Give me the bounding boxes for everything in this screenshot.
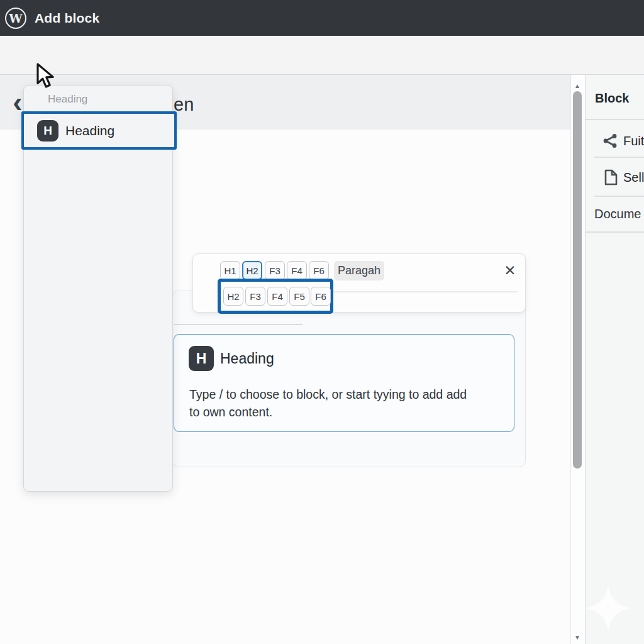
heading-level-f4-button[interactable]: F4 [287,261,307,280]
heading-level-f3-button[interactable]: F3 [265,261,285,280]
sidebar-item-sell[interactable] [603,169,618,188]
sidebar-item-fuit[interactable] [602,133,618,152]
sidebar-divider [586,119,644,120]
dropdown-level-f5-button[interactable]: F5 [289,287,309,306]
page-icon [603,169,618,186]
paragraph-transform-button[interactable]: Paragah [334,261,384,280]
sidebar-divider [586,231,644,233]
heading-level-h2-button[interactable]: H2 [242,261,262,280]
wordpress-logo-letter: W [9,11,22,25]
insertion-placeholder-line [174,324,303,325]
scroll-down-icon[interactable]: ▼ [572,634,583,641]
block-toolbar-popup: H1 H2 F3 F4 F6 Paragah ✕ H2 F3 F4 F5 F6 [192,253,526,313]
editor-toolbar [0,36,644,75]
sidebar-divider [594,196,644,197]
sidebar-item-sell-label: Sell [623,170,644,185]
heading-item-label: Heading [65,114,114,147]
heading-level-f6-button[interactable]: F6 [309,261,329,280]
dropdown-level-f3-button[interactable]: F3 [245,287,265,306]
popup-divider [333,291,518,292]
wordpress-logo-icon: W [5,8,26,29]
heading-block-title: Heading [220,350,274,367]
heading-item-icon: H [37,120,58,142]
app-top-bar: W Add block [0,0,644,36]
tab-document[interactable]: Docume [594,207,641,221]
tab-block[interactable]: Block [595,91,629,106]
scroll-up-icon[interactable]: ▲ [572,82,583,90]
page-title: Add block [35,11,99,26]
inserter-category-label: Heading [48,93,87,106]
inserter-heading-item[interactable]: H Heading [21,111,177,150]
heading-block-placeholder-text: Type / to choose to block, or start tyyi… [189,386,467,421]
heading-block-card[interactable]: H Heading Type / to choose to block, or … [174,334,514,432]
sparkle-icon [584,584,633,633]
close-icon[interactable]: ✕ [501,261,519,280]
dropdown-level-f6-button[interactable]: F6 [311,287,331,306]
dropdown-level-h2-button[interactable]: H2 [223,287,243,306]
heading-block-icon: H [189,346,214,371]
settings-sidebar: Block Fuit Sell Docume [585,75,644,644]
dropdown-level-f4-button[interactable]: F4 [267,287,287,306]
sidebar-divider [594,157,644,158]
share-icon [602,133,618,149]
heading-level-dropdown: H2 F3 F4 F5 F6 [218,279,333,314]
sidebar-item-fuit-label: Fuit [623,134,644,148]
vertical-scrollbar-thumb[interactable] [573,91,582,469]
heading-level-h1-button[interactable]: H1 [220,261,240,280]
block-inserter-panel: Heading H Heading [23,85,173,492]
